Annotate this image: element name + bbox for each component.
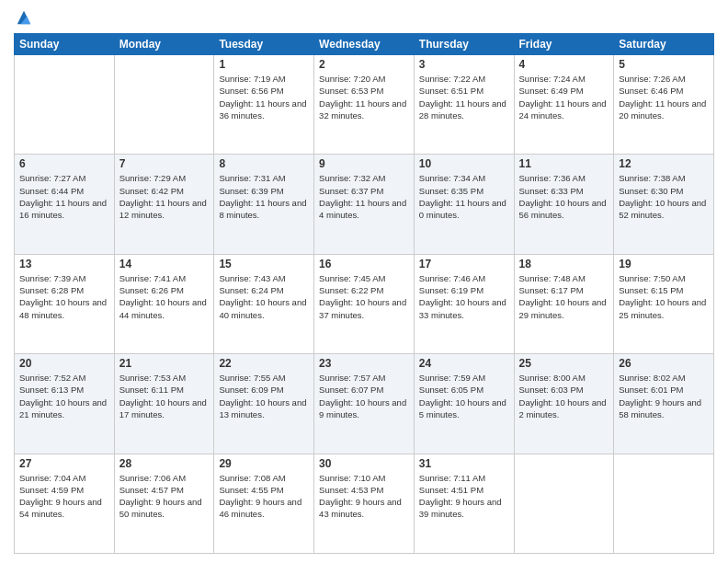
calendar-cell: 5Sunrise: 7:26 AMSunset: 6:46 PMDaylight… bbox=[614, 55, 714, 155]
calendar-cell: 15Sunrise: 7:43 AMSunset: 6:24 PMDayligh… bbox=[214, 254, 314, 353]
day-info: Sunrise: 7:10 AMSunset: 4:53 PMDaylight:… bbox=[319, 472, 409, 521]
logo bbox=[14, 9, 32, 26]
day-number: 29 bbox=[219, 457, 309, 470]
day-info: Sunrise: 7:55 AMSunset: 6:09 PMDaylight:… bbox=[219, 372, 309, 420]
day-info: Sunrise: 7:20 AMSunset: 6:53 PMDaylight:… bbox=[319, 73, 409, 121]
calendar-cell: 31Sunrise: 7:11 AMSunset: 4:51 PMDayligh… bbox=[414, 454, 514, 553]
day-number: 30 bbox=[319, 457, 409, 470]
day-info: Sunrise: 7:24 AMSunset: 6:49 PMDaylight:… bbox=[519, 73, 609, 121]
calendar-cell bbox=[114, 55, 214, 155]
day-header-sunday: Sunday bbox=[15, 34, 115, 55]
day-number: 14 bbox=[119, 258, 210, 270]
day-number: 21 bbox=[119, 357, 210, 370]
day-info: Sunrise: 7:19 AMSunset: 6:56 PMDaylight:… bbox=[219, 73, 309, 121]
day-number: 10 bbox=[419, 157, 509, 170]
logo-icon bbox=[16, 9, 32, 26]
week-row-2: 6Sunrise: 7:27 AMSunset: 6:44 PMDaylight… bbox=[15, 155, 714, 254]
calendar-cell: 24Sunrise: 7:59 AMSunset: 6:05 PMDayligh… bbox=[414, 354, 514, 454]
calendar-header-row: SundayMondayTuesdayWednesdayThursdayFrid… bbox=[15, 34, 714, 55]
day-header-wednesday: Wednesday bbox=[314, 34, 415, 55]
day-header-tuesday: Tuesday bbox=[214, 34, 314, 55]
day-number: 5 bbox=[619, 58, 709, 71]
day-info: Sunrise: 7:34 AMSunset: 6:35 PMDaylight:… bbox=[419, 172, 509, 221]
calendar-cell: 3Sunrise: 7:22 AMSunset: 6:51 PMDaylight… bbox=[414, 55, 514, 155]
day-number: 31 bbox=[419, 457, 509, 470]
day-info: Sunrise: 7:48 AMSunset: 6:17 PMDaylight:… bbox=[519, 272, 609, 321]
day-info: Sunrise: 7:04 AMSunset: 4:59 PMDaylight:… bbox=[19, 472, 109, 521]
calendar-cell: 11Sunrise: 7:36 AMSunset: 6:33 PMDayligh… bbox=[514, 155, 614, 254]
day-number: 18 bbox=[519, 258, 609, 270]
day-info: Sunrise: 7:32 AMSunset: 6:37 PMDaylight:… bbox=[319, 172, 409, 221]
calendar-cell: 2Sunrise: 7:20 AMSunset: 6:53 PMDaylight… bbox=[314, 55, 415, 155]
day-number: 22 bbox=[219, 357, 309, 370]
day-info: Sunrise: 7:46 AMSunset: 6:19 PMDaylight:… bbox=[419, 272, 509, 321]
day-number: 6 bbox=[19, 157, 109, 170]
calendar-cell: 29Sunrise: 7:08 AMSunset: 4:55 PMDayligh… bbox=[214, 454, 314, 553]
calendar-cell: 14Sunrise: 7:41 AMSunset: 6:26 PMDayligh… bbox=[114, 254, 214, 353]
calendar-cell: 7Sunrise: 7:29 AMSunset: 6:42 PMDaylight… bbox=[114, 155, 214, 254]
day-info: Sunrise: 7:50 AMSunset: 6:15 PMDaylight:… bbox=[619, 272, 709, 321]
day-info: Sunrise: 7:38 AMSunset: 6:30 PMDaylight:… bbox=[619, 172, 709, 221]
day-number: 11 bbox=[519, 157, 609, 170]
calendar-cell: 21Sunrise: 7:53 AMSunset: 6:11 PMDayligh… bbox=[114, 354, 214, 454]
day-info: Sunrise: 7:27 AMSunset: 6:44 PMDaylight:… bbox=[19, 172, 109, 221]
page: SundayMondayTuesdayWednesdayThursdayFrid… bbox=[0, 0, 728, 563]
calendar-cell bbox=[614, 454, 714, 553]
day-number: 7 bbox=[119, 157, 210, 170]
calendar-cell: 17Sunrise: 7:46 AMSunset: 6:19 PMDayligh… bbox=[414, 254, 514, 353]
day-number: 15 bbox=[219, 258, 309, 270]
day-number: 4 bbox=[519, 58, 609, 71]
day-number: 16 bbox=[319, 258, 409, 270]
day-number: 13 bbox=[19, 258, 109, 270]
calendar-cell: 4Sunrise: 7:24 AMSunset: 6:49 PMDaylight… bbox=[514, 55, 614, 155]
day-info: Sunrise: 7:06 AMSunset: 4:57 PMDaylight:… bbox=[119, 472, 210, 521]
day-number: 9 bbox=[319, 157, 409, 170]
day-info: Sunrise: 7:31 AMSunset: 6:39 PMDaylight:… bbox=[219, 172, 309, 221]
day-info: Sunrise: 7:39 AMSunset: 6:28 PMDaylight:… bbox=[19, 272, 109, 321]
calendar-cell bbox=[514, 454, 614, 553]
day-number: 8 bbox=[219, 157, 309, 170]
calendar-cell: 22Sunrise: 7:55 AMSunset: 6:09 PMDayligh… bbox=[214, 354, 314, 454]
day-header-saturday: Saturday bbox=[614, 34, 714, 55]
day-info: Sunrise: 7:52 AMSunset: 6:13 PMDaylight:… bbox=[19, 372, 109, 420]
calendar-cell: 6Sunrise: 7:27 AMSunset: 6:44 PMDaylight… bbox=[15, 155, 115, 254]
day-info: Sunrise: 7:43 AMSunset: 6:24 PMDaylight:… bbox=[219, 272, 309, 321]
calendar-table: SundayMondayTuesdayWednesdayThursdayFrid… bbox=[14, 33, 714, 554]
week-row-5: 27Sunrise: 7:04 AMSunset: 4:59 PMDayligh… bbox=[15, 454, 714, 553]
calendar-cell bbox=[15, 55, 115, 155]
day-number: 19 bbox=[619, 258, 709, 270]
day-info: Sunrise: 7:53 AMSunset: 6:11 PMDaylight:… bbox=[119, 372, 210, 420]
calendar-cell: 25Sunrise: 8:00 AMSunset: 6:03 PMDayligh… bbox=[514, 354, 614, 454]
day-info: Sunrise: 7:08 AMSunset: 4:55 PMDaylight:… bbox=[219, 472, 309, 521]
day-number: 27 bbox=[19, 457, 109, 470]
calendar-cell: 10Sunrise: 7:34 AMSunset: 6:35 PMDayligh… bbox=[414, 155, 514, 254]
calendar-cell: 20Sunrise: 7:52 AMSunset: 6:13 PMDayligh… bbox=[15, 354, 115, 454]
day-number: 2 bbox=[319, 58, 409, 71]
day-info: Sunrise: 7:29 AMSunset: 6:42 PMDaylight:… bbox=[119, 172, 210, 221]
day-info: Sunrise: 7:11 AMSunset: 4:51 PMDaylight:… bbox=[419, 472, 509, 521]
header bbox=[14, 9, 714, 26]
day-info: Sunrise: 7:26 AMSunset: 6:46 PMDaylight:… bbox=[619, 73, 709, 121]
day-header-thursday: Thursday bbox=[414, 34, 514, 55]
calendar-cell: 18Sunrise: 7:48 AMSunset: 6:17 PMDayligh… bbox=[514, 254, 614, 353]
day-info: Sunrise: 7:57 AMSunset: 6:07 PMDaylight:… bbox=[319, 372, 409, 420]
day-number: 1 bbox=[219, 58, 309, 71]
day-number: 25 bbox=[519, 357, 609, 370]
week-row-4: 20Sunrise: 7:52 AMSunset: 6:13 PMDayligh… bbox=[15, 354, 714, 454]
calendar-cell: 30Sunrise: 7:10 AMSunset: 4:53 PMDayligh… bbox=[314, 454, 415, 553]
week-row-3: 13Sunrise: 7:39 AMSunset: 6:28 PMDayligh… bbox=[15, 254, 714, 353]
calendar-cell: 12Sunrise: 7:38 AMSunset: 6:30 PMDayligh… bbox=[614, 155, 714, 254]
day-info: Sunrise: 7:45 AMSunset: 6:22 PMDaylight:… bbox=[319, 272, 409, 321]
calendar-cell: 9Sunrise: 7:32 AMSunset: 6:37 PMDaylight… bbox=[314, 155, 415, 254]
day-number: 28 bbox=[119, 457, 210, 470]
calendar-cell: 23Sunrise: 7:57 AMSunset: 6:07 PMDayligh… bbox=[314, 354, 415, 454]
calendar-cell: 19Sunrise: 7:50 AMSunset: 6:15 PMDayligh… bbox=[614, 254, 714, 353]
week-row-1: 1Sunrise: 7:19 AMSunset: 6:56 PMDaylight… bbox=[15, 55, 714, 155]
day-number: 23 bbox=[319, 357, 409, 370]
day-header-friday: Friday bbox=[514, 34, 614, 55]
day-info: Sunrise: 7:41 AMSunset: 6:26 PMDaylight:… bbox=[119, 272, 210, 321]
calendar-cell: 16Sunrise: 7:45 AMSunset: 6:22 PMDayligh… bbox=[314, 254, 415, 353]
calendar-cell: 27Sunrise: 7:04 AMSunset: 4:59 PMDayligh… bbox=[15, 454, 115, 553]
day-number: 26 bbox=[619, 357, 709, 370]
calendar-cell: 13Sunrise: 7:39 AMSunset: 6:28 PMDayligh… bbox=[15, 254, 115, 353]
